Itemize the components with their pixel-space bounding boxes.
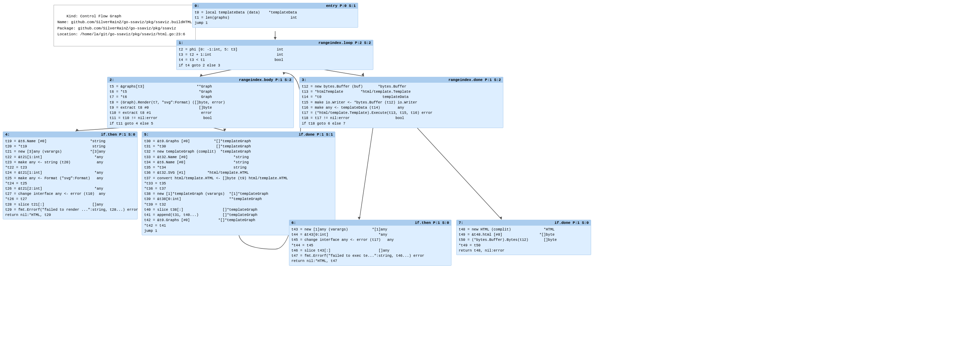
node-1-label: rangeindex.loop P:2 S:2 (318, 41, 371, 45)
node-1-id: 1: (179, 41, 183, 45)
node-6-body: t43 = new [1]any (varargs) *[1]any t44 =… (290, 226, 451, 265)
info-location: Location: /home/la/git/go-ssaviz/pkg/ssa… (57, 32, 185, 36)
node-4-id: 4: (5, 132, 10, 137)
svg-marker-13 (500, 217, 502, 220)
node-4-body: t19 = &t6.Name [#0] *string t20 = *t19 s… (3, 137, 137, 219)
info-name: Name: github.com/SilverRainZ/go-ssaviz/p… (57, 20, 192, 24)
svg-marker-7 (75, 129, 79, 131)
node-4-header: 4: if.then P:1 S:0 (3, 132, 137, 137)
node-0-body: t0 = local templateData (data) *template… (192, 9, 358, 27)
node-5-label: if.done P:1 S:1 (299, 132, 333, 137)
node-6: 6: if.then P:1 S:0 t43 = new [1]any (var… (289, 220, 452, 266)
node-2-header: 2: rangeindex.body P:1 S:2 (108, 77, 293, 83)
svg-line-10 (360, 125, 373, 219)
node-7-id: 7: (459, 221, 463, 225)
node-2: 2: rangeindex.body P:1 S:2 t5 = &graphs[… (107, 77, 294, 128)
node-0-label: entry P:0 S:1 (326, 4, 356, 8)
node-0: 0: entry P:0 S:1 t0 = local templateData… (192, 3, 358, 28)
info-kind: Kind: Control Flow Graph (66, 14, 121, 18)
node-0-id: 0: (195, 4, 199, 8)
info-package: Package: github.com/SilverRainZ/go-ssavi… (57, 26, 176, 30)
node-4-label: if.then P:1 S:0 (101, 132, 135, 137)
node-3-header: 3: rangeindex.done P:1 S:2 (300, 77, 503, 83)
node-1-body: t2 = phi [0: -1:int, 5: t3] int t3 = t2 … (177, 46, 373, 70)
svg-line-12 (415, 125, 501, 219)
svg-marker-9 (223, 129, 226, 131)
node-3-body: t12 = new bytes.Buffer (buf) *bytes.Buff… (300, 83, 503, 128)
node-5-id: 5: (144, 132, 149, 137)
info-box: Kind: Control Flow Graph Name: github.co… (54, 5, 196, 46)
node-7-body: t48 = new HTML (complit) *HTML t49 = &t4… (457, 226, 591, 255)
node-7-header: 7: if.done P:1 S:0 (457, 220, 591, 226)
node-7: 7: if.done P:1 S:0 t48 = new HTML (compl… (456, 220, 591, 255)
node-3-label: rangeindex.done P:1 S:2 (449, 78, 501, 82)
node-3-id: 3: (302, 78, 306, 82)
node-2-id: 2: (110, 78, 114, 82)
node-2-label: rangeindex.body P:1 S:2 (239, 78, 291, 82)
node-6-id: 6: (291, 221, 296, 225)
node-1: 1: rangeindex.loop P:2 S:2 t2 = phi [0: … (176, 40, 373, 70)
node-1-header: 1: rangeindex.loop P:2 S:2 (177, 40, 373, 46)
node-4: 4: if.then P:1 S:0 t19 = &t6.Name [#0] *… (3, 131, 138, 219)
svg-marker-5 (361, 73, 364, 77)
node-6-label: if.then P:1 S:0 (415, 221, 449, 225)
diagram-container: Kind: Control Flow Graph Name: github.co… (0, 0, 980, 354)
svg-marker-1 (274, 37, 277, 40)
node-6-header: 6: if.then P:1 S:0 (290, 220, 451, 226)
svg-marker-11 (358, 217, 361, 220)
node-7-label: if.done P:1 S:0 (554, 221, 589, 225)
node-2-body: t5 = &graphs[t3] **Graph t6 = *t5 *Graph… (108, 83, 293, 128)
node-0-header: 0: entry P:0 S:1 (192, 3, 358, 9)
svg-marker-14 (283, 72, 286, 75)
svg-marker-3 (200, 74, 203, 77)
node-5-header: 5: if.done P:1 S:1 (142, 132, 335, 137)
node-3: 3: rangeindex.done P:1 S:2 t12 = new byt… (299, 77, 503, 128)
